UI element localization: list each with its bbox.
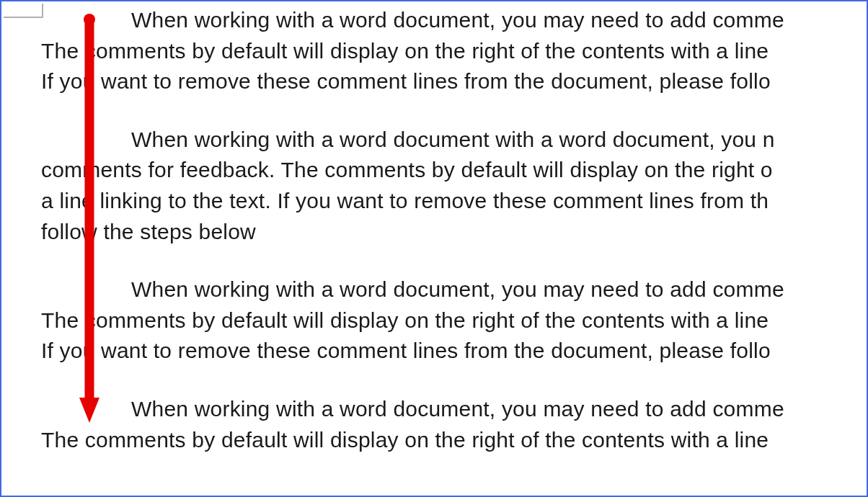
text-line: When working with a word document, you m…: [41, 274, 867, 305]
text-line: comments for feedback. The comments by d…: [41, 155, 867, 186]
text-line: The comments by default will display on …: [41, 36, 867, 67]
paragraph-3: When working with a word document, you m…: [41, 274, 867, 367]
text-line: When working with a word document, you m…: [41, 394, 867, 425]
text-line: If you want to remove these comment line…: [41, 336, 867, 367]
page-margin-marker: [4, 4, 43, 18]
text-line: The comments by default will display on …: [41, 425, 867, 456]
paragraph-2: When working with a word document with a…: [41, 125, 867, 247]
text-line: If you want to remove these comment line…: [41, 66, 867, 97]
document-body[interactable]: When working with a word document, you m…: [41, 5, 867, 483]
text-line: The comments by default will display on …: [41, 305, 867, 336]
text-line: When working with a word document with a…: [41, 125, 867, 156]
text-line: follow the steps below: [41, 217, 867, 248]
text-line: When working with a word document, you m…: [41, 5, 867, 36]
paragraph-4: When working with a word document, you m…: [41, 394, 867, 455]
paragraph-1: When working with a word document, you m…: [41, 5, 867, 97]
text-line: a line linking to the text. If you want …: [41, 186, 867, 217]
